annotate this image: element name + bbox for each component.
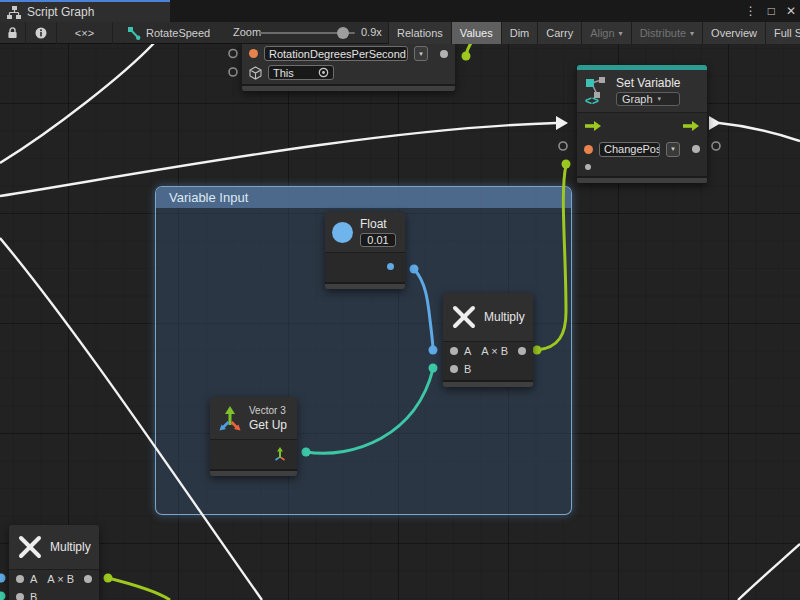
port-b-label: B	[464, 363, 471, 375]
svg-text:<>: <>	[585, 94, 599, 106]
wire-multiply-bottom-out	[108, 578, 170, 600]
node-footer	[325, 282, 405, 289]
wire-flow-out-of-set-variable	[719, 123, 800, 141]
port-ring[interactable]	[712, 142, 720, 150]
chevron-down-icon: ▾	[419, 50, 423, 58]
float-value-field[interactable]: 0.01	[360, 233, 396, 247]
float-output-port[interactable]	[387, 263, 394, 270]
node-footer	[242, 84, 455, 91]
dim-button[interactable]: Dim	[501, 22, 538, 44]
vector3-icon	[218, 405, 242, 431]
node-float[interactable]: Float 0.01	[325, 212, 405, 289]
input-port-b[interactable]	[16, 593, 24, 600]
menu-icon[interactable]: ⋮	[745, 0, 757, 22]
name-port[interactable]	[584, 145, 593, 154]
graph-reference[interactable]: RotateSpeed	[128, 22, 210, 44]
wire-white-diagonal-bottomright	[738, 544, 800, 600]
code-icon: <×>	[75, 27, 94, 39]
info-icon	[35, 27, 47, 39]
value-port[interactable]	[585, 164, 591, 170]
zoom-slider-handle[interactable]	[337, 27, 349, 39]
chevron-down-icon: ▾	[671, 145, 675, 153]
variable-dropdown-button[interactable]: ▾	[666, 142, 680, 157]
overview-button[interactable]: Overview	[702, 22, 765, 44]
value-port[interactable]	[249, 49, 258, 58]
variable-dropdown-button[interactable]: ▾	[414, 46, 428, 61]
window-controls: ⋮ □ ✕	[745, 0, 796, 22]
node-vector3-get-up[interactable]: Vector 3 Get Up	[210, 397, 297, 476]
port-row-b: B	[443, 360, 533, 378]
node-title: Float	[360, 217, 387, 231]
chevron-down-icon: ▾	[619, 29, 623, 38]
wire-white-topleft	[0, 44, 155, 163]
input-port-b[interactable]	[450, 365, 458, 373]
carry-button[interactable]: Carry	[537, 22, 581, 44]
relations-button[interactable]: Relations	[388, 22, 451, 44]
output-row	[325, 253, 405, 280]
zoom-value: 0.9x	[361, 26, 382, 38]
vector3-output-port[interactable]	[273, 447, 287, 461]
port-a-label: A	[464, 345, 471, 357]
output-port[interactable]	[440, 50, 448, 58]
output-port[interactable]	[84, 575, 92, 583]
port-ring[interactable]	[559, 142, 567, 150]
graph-node-icon	[128, 27, 141, 40]
node-get-variable[interactable]: RotationDegreesPerSecond ▾ This	[242, 44, 455, 91]
align-button[interactable]: Align▾	[581, 22, 630, 44]
wire-green-getvariable-out	[466, 44, 476, 56]
float-type-icon	[332, 222, 353, 243]
tab-script-graph[interactable]: Script Graph	[0, 0, 170, 22]
scope-value: Graph	[622, 93, 653, 105]
output-row	[210, 440, 297, 467]
chevron-down-icon: ▾	[658, 95, 662, 103]
flow-out-arrow-icon[interactable]	[682, 120, 700, 132]
port-ring[interactable]	[229, 68, 237, 76]
full-screen-button[interactable]: Full Screen	[765, 22, 800, 44]
graph-hierarchy-icon	[7, 6, 21, 19]
object-picker-icon[interactable]	[318, 67, 329, 78]
port-ring[interactable]	[229, 50, 237, 58]
node-title: Multiply	[484, 310, 525, 324]
code-preview-button[interactable]: <×>	[57, 22, 113, 44]
graph-canvas[interactable]: Variable Input	[0, 44, 800, 600]
wire-endpoint	[462, 52, 471, 61]
close-icon[interactable]: ✕	[786, 0, 796, 22]
cube-icon	[249, 66, 262, 80]
node-multiply-bottom[interactable]: Multiply A A × B B	[9, 525, 99, 600]
flow-in-arrow-icon[interactable]	[584, 120, 602, 132]
group-header[interactable]: Variable Input	[156, 187, 571, 208]
graph-toolbar: <×> RotateSpeed Zoom 0.9x Relations Valu…	[0, 22, 800, 44]
port-a-label: A	[30, 573, 37, 585]
output-port[interactable]	[518, 347, 526, 355]
input-port-a[interactable]	[16, 575, 24, 583]
distribute-button[interactable]: Distribute▾	[631, 22, 702, 44]
input-port-a[interactable]	[450, 347, 458, 355]
multiply-icon	[451, 304, 477, 330]
node-footer	[210, 469, 297, 476]
node-title: Set Variable	[616, 76, 680, 90]
variable-name-field[interactable]: RotationDegreesPerSecond	[264, 46, 408, 61]
port-row-a: A A × B	[9, 570, 99, 588]
target-field[interactable]: This	[268, 65, 334, 80]
info-button[interactable]	[26, 22, 57, 44]
port-row-b: B	[9, 588, 99, 600]
variable-name: ChangePos	[604, 142, 660, 156]
node-title: Multiply	[50, 540, 91, 554]
maximize-icon[interactable]: □	[768, 0, 775, 22]
flow-arrowhead-in	[556, 116, 568, 130]
node-footer	[443, 380, 533, 387]
variable-name-field[interactable]: ChangePos	[599, 142, 660, 157]
node-multiply-group[interactable]: Multiply A A × B B	[443, 293, 533, 387]
values-button[interactable]: Values	[451, 22, 501, 44]
node-set-variable[interactable]: <> Set Variable Graph ▾	[577, 65, 707, 183]
float-value: 0.01	[367, 233, 388, 247]
toolbar-buttons: Relations Values Dim Carry Align▾ Distri…	[388, 22, 800, 44]
scope-dropdown[interactable]: Graph ▾	[616, 92, 680, 106]
output-port[interactable]	[692, 145, 700, 153]
target-value: This	[273, 66, 294, 80]
node-title: Get Up	[249, 418, 287, 432]
wire-endpoint-edge	[0, 592, 6, 600]
zoom-label: Zoom	[233, 26, 261, 38]
lock-button[interactable]	[0, 22, 26, 44]
group-title: Variable Input	[169, 190, 248, 205]
